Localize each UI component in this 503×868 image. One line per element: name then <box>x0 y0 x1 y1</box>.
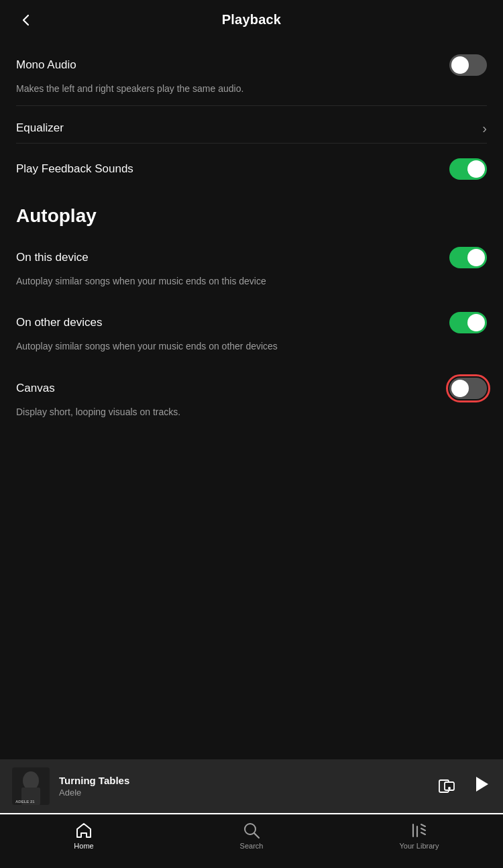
now-playing-artist: Adele <box>59 788 437 798</box>
album-art-svg: ADELE 21 <box>12 767 50 805</box>
on-other-devices-toggle[interactable] <box>449 312 487 333</box>
canvas-row: Canvas <box>16 363 487 406</box>
back-icon <box>19 13 34 28</box>
svg-text:ADELE 21: ADELE 21 <box>15 800 35 804</box>
mono-audio-desc: Makes the left and right speakers play t… <box>16 83 487 105</box>
svg-line-15 <box>421 832 425 834</box>
canvas-knob <box>451 380 469 397</box>
on-other-devices-knob <box>467 314 485 331</box>
now-playing-info: Turning Tables Adele <box>50 775 437 798</box>
play-feedback-knob <box>467 160 485 178</box>
home-nav-label: Home <box>74 842 93 850</box>
on-this-device-row: On this device <box>16 232 487 275</box>
on-other-devices-label: On other devices <box>16 316 103 329</box>
svg-point-7 <box>448 787 451 790</box>
play-feedback-label: Play Feedback Sounds <box>16 162 133 176</box>
svg-marker-8 <box>476 777 488 792</box>
on-other-devices-row: On other devices <box>16 297 487 340</box>
svg-line-14 <box>421 828 425 830</box>
equalizer-label: Equalizer <box>16 121 64 135</box>
canvas-toggle[interactable] <box>449 378 487 399</box>
mono-audio-knob <box>451 56 469 74</box>
nav-search[interactable]: Search <box>168 822 335 850</box>
svg-line-13 <box>421 824 425 826</box>
canvas-desc: Display short, looping visuals on tracks… <box>16 406 487 429</box>
mono-audio-row: Mono Audio <box>16 40 487 83</box>
on-this-device-desc: Autoplay similar songs when your music e… <box>16 275 487 298</box>
album-art: ADELE 21 <box>12 767 50 805</box>
svg-point-2 <box>23 771 39 790</box>
now-playing-bar[interactable]: ADELE 21 Turning Tables Adele <box>0 759 503 814</box>
equalizer-row[interactable]: Equalizer › <box>16 106 487 143</box>
library-nav-label: Your Library <box>400 842 439 850</box>
equalizer-chevron-icon: › <box>482 121 487 136</box>
play-button[interactable] <box>471 774 491 799</box>
page-title: Playback <box>222 12 281 28</box>
page-header: Playback <box>0 0 503 40</box>
on-this-device-toggle[interactable] <box>449 247 487 268</box>
now-playing-controls <box>437 774 491 799</box>
now-playing-title: Turning Tables <box>59 775 437 786</box>
home-icon <box>75 822 93 839</box>
on-this-device-label: On this device <box>16 251 89 264</box>
search-nav-label: Search <box>240 842 264 850</box>
autoplay-settings-list: On this device Autoplay similar songs wh… <box>0 232 503 429</box>
nav-library[interactable]: Your Library <box>335 822 503 850</box>
nav-home[interactable]: Home <box>0 822 168 850</box>
bottom-navigation: Home Search Your Library <box>0 814 503 868</box>
library-icon <box>410 822 428 839</box>
mono-audio-toggle[interactable] <box>449 54 487 76</box>
settings-list: Mono Audio Makes the left and right spea… <box>0 40 503 186</box>
canvas-label: Canvas <box>16 382 55 395</box>
album-art-image: ADELE 21 <box>12 767 50 805</box>
on-this-device-knob <box>467 249 485 266</box>
play-feedback-row: Play Feedback Sounds <box>16 144 487 186</box>
search-icon <box>243 822 260 839</box>
back-button[interactable] <box>16 10 36 30</box>
play-feedback-toggle[interactable] <box>449 158 487 180</box>
on-other-devices-desc: Autoplay similar songs when your music e… <box>16 340 487 363</box>
svg-line-10 <box>254 833 259 838</box>
mono-audio-label: Mono Audio <box>16 58 76 72</box>
connect-devices-icon[interactable] <box>437 777 456 796</box>
autoplay-section-header: Autoplay <box>0 186 503 232</box>
